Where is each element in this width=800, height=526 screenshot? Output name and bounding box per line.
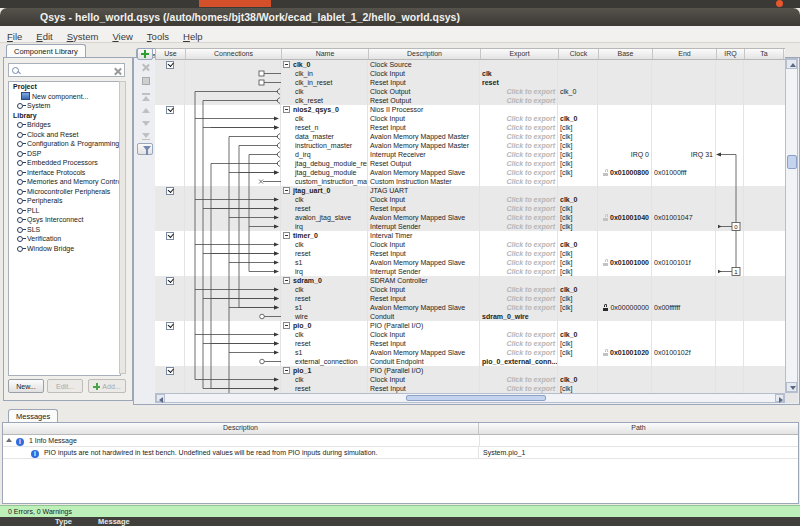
port-row-avalon_jtag_slave[interactable]: avalon_jtag_slaveAvalon Memory Mapped Sl… [155, 213, 785, 222]
search-input[interactable] [8, 63, 125, 77]
tree-item-window-bridge[interactable]: Window Bridge [9, 244, 120, 254]
export-cell[interactable]: Click to export [480, 384, 558, 393]
export-cell[interactable]: Click to export [480, 132, 558, 141]
port-row-clk[interactable]: clkClock InputClick to exportclk_0 [155, 195, 785, 204]
branch-handle-icon[interactable] [17, 170, 26, 175]
export-cell[interactable]: Click to export [480, 267, 558, 276]
export-cell[interactable]: Click to export [480, 330, 558, 339]
export-cell[interactable]: Click to export [480, 240, 558, 249]
tree-item-sls[interactable]: SLS [9, 225, 120, 235]
use-checkbox[interactable] [166, 187, 174, 195]
collapse-box-icon[interactable] [283, 322, 290, 329]
add-button[interactable]: Add... [88, 379, 126, 393]
open-lock-icon[interactable] [603, 259, 608, 266]
message-group-row[interactable]: i 1 Info Message [3, 435, 798, 447]
base-cell[interactable]: 0x00000000 [598, 303, 652, 312]
move-down-icon[interactable] [137, 117, 153, 129]
use-checkbox[interactable] [166, 322, 174, 330]
collapse-box-icon[interactable] [283, 187, 290, 194]
port-row-custom_instruction_master[interactable]: custom_instruction_masterCustom Instruct… [155, 177, 785, 186]
branch-handle-icon[interactable] [17, 141, 26, 146]
move-top-icon[interactable] [137, 91, 153, 103]
menu-file[interactable]: File [0, 29, 29, 45]
module-row-pio_0[interactable]: pio_0PIO (Parallel I/O) [155, 321, 785, 330]
tree-item-peripherals[interactable]: Peripherals [9, 196, 120, 206]
tree-item-clock-and-reset[interactable]: Clock and Reset [9, 130, 120, 140]
branch-handle-icon[interactable] [17, 227, 26, 232]
tree-item-new-component[interactable]: New component... [9, 92, 120, 102]
base-cell[interactable]: 0x01001040 [598, 213, 652, 222]
filter-icon[interactable] [137, 143, 153, 155]
menu-edit[interactable]: Edit [29, 29, 59, 45]
port-row-irq[interactable]: irqInterrupt SenderClick to export[clk] [155, 222, 785, 231]
port-row-clk_in_reset[interactable]: clk_in_resetReset Inputreset [155, 78, 785, 87]
clear-search-icon[interactable] [114, 67, 121, 74]
branch-handle-icon[interactable] [17, 217, 26, 222]
export-cell[interactable]: Click to export [480, 222, 558, 231]
port-row-clk[interactable]: clkClock InputClick to exportclk_0 [155, 285, 785, 294]
base-cell[interactable]: 0x01001020 [598, 348, 652, 357]
use-checkbox[interactable] [166, 277, 174, 285]
scroll-left-icon[interactable] [156, 394, 165, 402]
branch-handle-icon[interactable] [17, 208, 26, 213]
tree-item-system[interactable]: System [9, 101, 120, 111]
port-row-instruction_master[interactable]: instruction_masterAvalon Memory Mapped M… [155, 141, 785, 150]
export-cell[interactable]: Click to export [480, 285, 558, 294]
port-row-s1[interactable]: s1Avalon Memory Mapped SlaveClick to exp… [155, 303, 785, 312]
branch-handle-icon[interactable] [17, 189, 26, 194]
branch-handle-icon[interactable] [17, 122, 26, 127]
menu-view[interactable]: View [105, 29, 139, 45]
export-cell[interactable]: Click to export [480, 339, 558, 348]
port-row-clk[interactable]: clkClock OutputClick to exportclk_0 [155, 87, 785, 96]
export-cell[interactable]: Click to export [480, 195, 558, 204]
collapse-box-icon[interactable] [283, 61, 290, 68]
edit-icon[interactable] [137, 74, 153, 86]
tree-item-pll[interactable]: PLL [9, 206, 120, 216]
collapse-box-icon[interactable] [283, 367, 290, 374]
component-tree-scrollbar[interactable] [119, 81, 126, 374]
use-checkbox[interactable] [166, 232, 174, 240]
export-cell[interactable]: Click to export [480, 159, 558, 168]
tab-component-library[interactable]: Component Library [6, 44, 86, 58]
port-row-reset[interactable]: resetReset InputClick to export[clk] [155, 384, 785, 393]
port-row-clk_in[interactable]: clk_inClock Inputclk [155, 69, 785, 78]
export-cell[interactable]: Click to export [480, 303, 558, 312]
menu-system[interactable]: System [60, 29, 106, 45]
port-row-jtag_debug_module_reset[interactable]: jtag_debug_module_resetReset OutputClick… [155, 159, 785, 168]
window-titlebar[interactable]: Qsys - hello_world.qsys (/auto/homes/bjt… [0, 8, 800, 26]
port-row-clk[interactable]: clkClock InputClick to exportclk_0 [155, 330, 785, 339]
move-bottom-icon[interactable] [137, 130, 153, 142]
port-row-clk_reset[interactable]: clk_resetReset OutputClick to export [155, 96, 785, 105]
base-cell[interactable]: 0x01001000 [598, 258, 652, 267]
edit-button[interactable]: Edit... [47, 379, 83, 393]
port-row-clk[interactable]: clkClock InputClick to exportclk_0 [155, 375, 785, 384]
tree-item-microcontroller-peripherals[interactable]: Microcontroller Peripherals [9, 187, 120, 197]
new-button[interactable]: New... [8, 379, 44, 393]
export-cell[interactable]: Click to export [480, 141, 558, 150]
branch-handle-icon[interactable] [17, 160, 26, 165]
menu-tools[interactable]: Tools [140, 29, 176, 45]
add-icon[interactable] [137, 48, 153, 60]
branch-handle-icon[interactable] [17, 179, 26, 184]
module-row-sdram_0[interactable]: sdram_0SDRAM Controller [155, 276, 785, 285]
vertical-scroll-thumb[interactable] [787, 155, 797, 169]
port-row-reset_n[interactable]: reset_nReset InputClick to export[clk] [155, 123, 785, 132]
export-cell[interactable]: Click to export [480, 294, 558, 303]
tree-item-memories-and-memory-contro[interactable]: Memories and Memory Contro [9, 177, 120, 187]
branch-handle-icon[interactable] [17, 198, 26, 203]
branch-handle-icon[interactable] [17, 246, 26, 251]
export-cell[interactable]: Click to export [480, 348, 558, 357]
tab-messages[interactable]: Messages [8, 409, 58, 423]
port-row-jtag_debug_module[interactable]: jtag_debug_moduleAvalon Memory Mapped Sl… [155, 168, 785, 177]
tree-item-configuration-programming[interactable]: Configuration & Programming [9, 139, 120, 149]
vertical-scrollbar[interactable] [785, 58, 798, 393]
export-cell[interactable]: Click to export [480, 123, 558, 132]
module-row-nios2_qsys_0[interactable]: nios2_qsys_0Nios II Processor [155, 105, 785, 114]
port-row-clk[interactable]: clkClock InputClick to exportclk_0 [155, 240, 785, 249]
branch-handle-icon[interactable] [17, 236, 26, 241]
port-row-reset[interactable]: resetReset InputClick to export[clk] [155, 339, 785, 348]
message-row[interactable]: i PIO inputs are not hardwired in test b… [3, 447, 798, 459]
export-cell[interactable]: Click to export [480, 87, 558, 96]
port-row-s1[interactable]: s1Avalon Memory Mapped SlaveClick to exp… [155, 258, 785, 267]
branch-handle-icon[interactable] [17, 132, 26, 137]
